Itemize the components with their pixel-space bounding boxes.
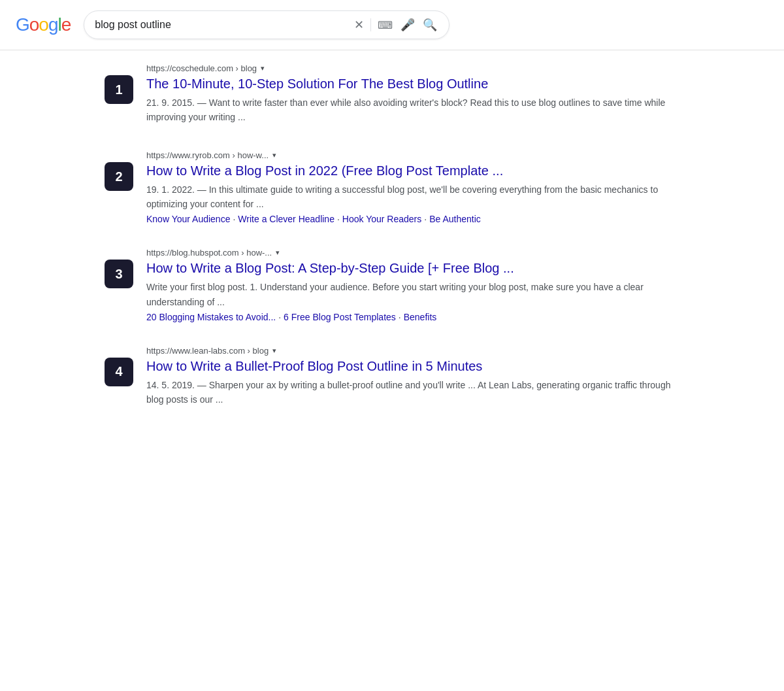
- sitelink-blogging-mistakes[interactable]: 20 Blogging Mistakes to Avoid...: [146, 312, 276, 322]
- sitelink-write-clever-headline[interactable]: Write a Clever Headline: [238, 214, 335, 224]
- result-item-2: 2 https://www.ryrob.com › how-w... ▾ How…: [105, 150, 679, 224]
- result-content-4: https://www.lean-labs.com › blog ▾ How t…: [146, 346, 679, 409]
- url-arrow-1[interactable]: ▾: [261, 64, 265, 73]
- result-number-3: 3: [105, 260, 133, 288]
- vertical-divider: [370, 18, 371, 31]
- result-snippet-4: 14. 5. 2019. — Sharpen your ax by writin…: [146, 378, 679, 407]
- sitelink-know-your-audience[interactable]: Know Your Audience: [146, 214, 230, 224]
- result-content-1: https://coschedule.com › blog ▾ The 10-M…: [146, 63, 679, 127]
- result-item-4: 4 https://www.lean-labs.com › blog ▾ How…: [105, 346, 679, 409]
- search-bar: ✕ ⌨ 🎤 🔍: [84, 10, 449, 39]
- clear-button[interactable]: ✕: [353, 16, 365, 33]
- result-title-4[interactable]: How to Write a Bullet-Proof Blog Post Ou…: [146, 357, 679, 375]
- mic-icon: 🎤: [400, 18, 415, 32]
- mic-button[interactable]: 🎤: [399, 16, 416, 33]
- results-area: 1 https://coschedule.com › blog ▾ The 10…: [0, 50, 784, 459]
- clear-icon: ✕: [354, 18, 364, 32]
- result-url-2: https://www.ryrob.com › how-w...: [146, 150, 269, 160]
- result-snippet-2: 19. 1. 2022. — In this ultimate guide to…: [146, 182, 679, 211]
- header: Google ✕ ⌨ 🎤 🔍: [0, 0, 784, 50]
- sitelink-be-authentic[interactable]: Be Authentic: [429, 214, 481, 224]
- result-url-3: https://blog.hubspot.com › how-...: [146, 248, 272, 258]
- result-number-4: 4: [105, 358, 133, 386]
- result-number-1: 1: [105, 75, 133, 104]
- result-url-4: https://www.lean-labs.com › blog: [146, 346, 269, 356]
- sitelinks-3: 20 Blogging Mistakes to Avoid... · 6 Fre…: [146, 312, 679, 322]
- result-content-3: https://blog.hubspot.com › how-... ▾ How…: [146, 248, 679, 322]
- search-input[interactable]: [95, 19, 348, 31]
- url-line-3: https://blog.hubspot.com › how-... ▾: [146, 248, 679, 258]
- url-arrow-3[interactable]: ▾: [276, 248, 280, 257]
- keyboard-button[interactable]: ⌨: [376, 18, 394, 33]
- url-line-1: https://coschedule.com › blog ▾: [146, 63, 679, 73]
- result-url-1: https://coschedule.com › blog: [146, 63, 257, 73]
- result-snippet-3: Write your first blog post. 1. Understan…: [146, 280, 679, 309]
- result-number-2: 2: [105, 162, 133, 191]
- sitelink-benefits[interactable]: Benefits: [404, 312, 437, 322]
- sitelinks-2: Know Your Audience · Write a Clever Head…: [146, 214, 679, 224]
- result-content-2: https://www.ryrob.com › how-w... ▾ How t…: [146, 150, 679, 224]
- result-title-2[interactable]: How to Write a Blog Post in 2022 (Free B…: [146, 161, 679, 180]
- result-snippet-1: 21. 9. 2015. — Want to write faster than…: [146, 95, 679, 124]
- sitelink-free-templates[interactable]: 6 Free Blog Post Templates: [284, 312, 396, 322]
- url-arrow-2[interactable]: ▾: [272, 151, 276, 160]
- result-title-3[interactable]: How to Write a Blog Post: A Step-by-Step…: [146, 259, 679, 277]
- result-item-1: 1 https://coschedule.com › blog ▾ The 10…: [105, 63, 679, 127]
- url-line-2: https://www.ryrob.com › how-w... ▾: [146, 150, 679, 160]
- keyboard-icon: ⌨: [378, 19, 393, 31]
- sitelink-hook-your-readers[interactable]: Hook Your Readers: [342, 214, 421, 224]
- search-glass-icon: 🔍: [423, 18, 437, 32]
- search-button[interactable]: 🔍: [421, 16, 438, 33]
- url-line-4: https://www.lean-labs.com › blog ▾: [146, 346, 679, 356]
- result-title-1[interactable]: The 10-Minute, 10-Step Solution For The …: [146, 75, 679, 93]
- google-logo: Google: [16, 14, 71, 35]
- url-arrow-4[interactable]: ▾: [272, 346, 276, 355]
- result-item-3: 3 https://blog.hubspot.com › how-... ▾ H…: [105, 248, 679, 322]
